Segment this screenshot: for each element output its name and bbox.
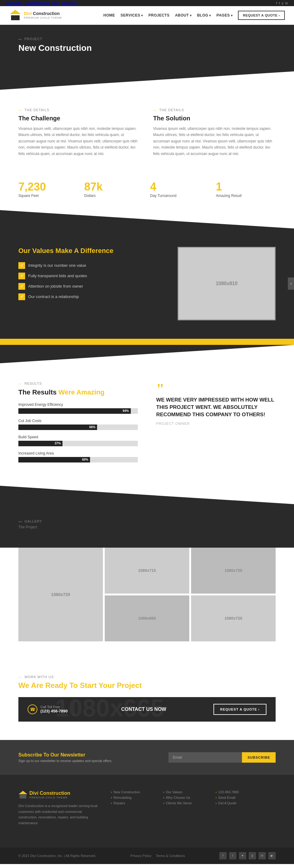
stat-turnaround-label: Day Turnaround [150,193,210,198]
newsletter-email-input[interactable] [168,752,242,763]
stat-turnaround-number: 4 [150,181,210,192]
cta-phone: ☎ Call Toll Free (123) 456-7890 [28,705,68,714]
gallery-next-arrow[interactable]: › [288,278,294,290]
footer-phone-link[interactable]: 123.456.7890 [216,790,275,794]
nav-blog[interactable]: BLOG [197,13,211,18]
nav-pages[interactable]: PAGES [217,13,232,18]
nav-about[interactable]: ABOUT [175,13,191,18]
stat-sqft-label: Square Feet [19,193,78,198]
results-heading: The Results Were Amazing [19,389,138,396]
footer-link-repairs[interactable]: Repairs [111,801,151,805]
list-item: Clients We Serve [163,801,203,805]
footer-logo-icon [19,790,28,799]
stat-dollars-number: 87k [84,181,144,192]
cta-contact-label: Contact Us Now [80,707,207,712]
values-item-3: Attention on jobsite from owner [28,284,83,288]
footer-twitter-icon[interactable]: t [229,852,236,860]
bar-costs-pct: 66% [89,426,95,429]
stat-result: 1 Amazing Result [216,181,275,198]
values-item-2: Fully transparent bids and quotes [28,274,87,278]
details-section: The Details The Challenge Vivamus ipsum … [0,90,294,175]
site-header: Divi Construction Premium Child Theme HO… [0,6,294,25]
solution-col: The Details The Solution Vivamus ipsum v… [153,108,275,157]
stat-sqft: 7,230 Square Feet [19,181,78,198]
results-label: Results [19,382,138,385]
stat-sqft-number: 7,230 [19,181,78,192]
bar-energy-pct: 94% [123,409,129,412]
footer-facebook-icon[interactable]: f [219,852,227,860]
footer-newsletter: Subscribe To Our Newsletter Sign up to o… [0,740,294,775]
stat-dollars-label: Dollars [84,193,144,198]
values-item-4: Our contract is a relationship [28,294,79,299]
list-item: New Construction [111,790,151,794]
cta-quote-button[interactable]: Request A Quote [214,704,266,715]
footer-services-col: New Construction Remodeling Repairs [111,790,151,826]
footer-email-link[interactable]: Send Email [216,796,275,799]
topbar-link-faq[interactable]: FAQ [52,1,59,5]
footer-link-new-construction[interactable]: New Construction [111,790,151,794]
challenge-heading: The Challenge [19,115,141,122]
footer-pinterest-icon[interactable]: p [249,852,256,860]
newsletter-row: Subscribe To Our Newsletter Sign up to o… [19,752,275,763]
gallery-label: Gallery [19,520,275,523]
nav-projects[interactable]: PROJECTS [149,13,170,18]
footer-link-values[interactable]: Our Values [163,790,203,794]
gallery-item-4: 1080x665 [105,595,189,641]
social-linkedin-icon[interactable]: in [285,1,288,5]
topbar-link-careers[interactable]: CAREERS [6,1,22,5]
privacy-policy-link[interactable]: Privacy Policy [130,854,151,858]
work-label: Work With Us [19,675,275,679]
footer-about-col: Our Values Why Choose Us Clients We Serv… [163,790,203,826]
nav-services[interactable]: SERVICES [121,13,143,18]
quote-author: PROJECT OWNER [156,422,275,426]
cta-bar: ☎ Call Toll Free (123) 456-7890 1080x665… [19,697,275,722]
bar-living-pct: 60% [82,458,88,461]
logo: Divi Construction Premium Child Theme [9,9,62,22]
results-section: Results The Results Were Amazing Improve… [0,363,294,486]
nav-home[interactable]: HOME [103,13,115,18]
footer-linkedin-icon[interactable]: in [259,852,266,860]
gallery-item-large: 1080x720 [19,548,103,641]
check-icon [19,262,25,269]
bar-living-label: Increased Living Area [19,451,138,456]
project-title: New Construction [19,43,275,53]
footer-instagram-icon[interactable]: ♥ [239,852,246,860]
footer-copyright: © 2021 Divi Construction, Inc. | All Rig… [19,854,96,858]
results-right: " WE WERE VERY IMPRESSED WITH HOW WELL T… [156,382,275,467]
gallery-grid-container: 1080x720 1080x715 1080x720 1080x665 1080… [0,548,294,657]
challenge-text: Vivamus ipsum velit, ullamcorper quis ni… [19,126,141,157]
footer-contact-info: 123.456.7890 Send Email Get A Quote [216,790,275,805]
footer-link-remodeling[interactable]: Remodeling [111,796,151,799]
phone-label: Call Toll Free [40,705,68,709]
footer-quote-link[interactable]: Get A Quote [216,801,275,805]
topbar-link-contact[interactable]: CONTACT [61,1,77,5]
gallery-item-2: 1080x715 [105,548,189,594]
topbar-link-testimonials[interactable]: TESTIMONIALS [25,1,50,5]
values-image: 1080x810 [177,247,275,320]
bar-costs: Cut Job Costs 66% [19,419,138,430]
social-youtube-icon[interactable]: y [282,1,284,5]
check-icon [19,283,25,290]
bar-living-fill: 60% [19,457,90,463]
footer-desc: Divi Construction is a recognized leader… [19,803,99,826]
values-section: Our Values Make A Difference Integrity i… [0,228,294,339]
angle-divider-4 [0,486,294,504]
bar-costs-bg: 66% [19,425,138,430]
quote-mark: " [156,382,275,396]
newsletter-subscribe-button[interactable]: SUBSCRIBE [242,752,275,763]
request-quote-button[interactable]: Request A Quote › [238,11,285,20]
list-item: Repairs [111,801,151,805]
solution-heading: The Solution [153,115,275,122]
social-facebook-icon[interactable]: f [276,1,277,5]
footer-link-why-us[interactable]: Why Choose Us [163,796,203,799]
footer-logo-text: Divi Construction Premium Child Theme [29,790,70,799]
terms-link[interactable]: Terms & Conditions [156,854,185,858]
footer-link-clients[interactable]: Clients We Serve [163,801,203,805]
newsletter-heading: Subscribe To Our Newsletter [19,752,112,758]
social-twitter-icon[interactable]: t [279,1,280,5]
angle-divider-2 [0,210,294,228]
bar-speed-pct: 37% [55,442,61,445]
solution-text: Vivamus ipsum velit, ullamcorper quis ni… [153,126,275,157]
bar-energy-label: Improved Energy Efficiency [19,402,138,407]
footer-youtube-icon[interactable]: ▶ [268,852,275,860]
